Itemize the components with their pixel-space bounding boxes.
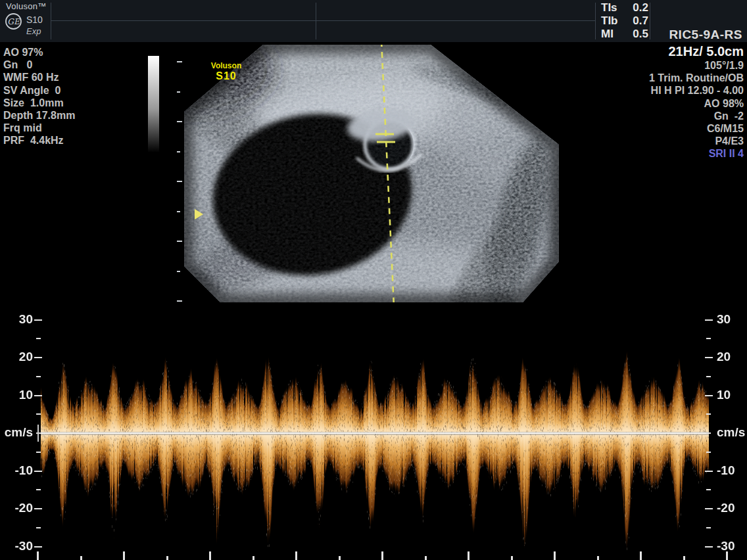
left-param-line: Frq mid [3,122,75,134]
y-tick-right [706,432,711,434]
y-tick-left [36,527,41,528]
ti-row: TIs0.2 [601,1,648,14]
ti-row: MI0.5 [601,28,648,41]
left-param-line: Size 1.0mm [3,97,75,109]
time-tick [80,556,82,560]
left-param-line: Depth 17.8mm [3,109,75,122]
depth-tick [177,241,182,242]
depth-tick [177,61,182,62]
time-tick [554,551,556,560]
right-param-line: P4/E3 [649,135,744,147]
model-label: S10 [26,14,43,25]
time-tick [166,556,168,560]
y-tick-right [705,471,713,472]
time-tick [640,551,642,560]
bmode-watermark: Voluson S10 [201,61,251,82]
topbar-divider [595,3,596,39]
right-param-line: C6/M15 [649,122,744,135]
y-tick-left [34,508,42,509]
ti-value: 0.5 [633,28,648,41]
left-param-line: AO 97% [3,46,75,58]
y-label-left: -10 [0,463,33,478]
right-param-line: Gn -2 [649,110,744,122]
y-tick-left [36,452,41,453]
depth-tick [177,121,182,122]
ultrasound-screen: Voluson™ GE S10 Exp TIs0.2TIb0.7MI0.5 RI… [0,0,747,560]
depth-tick [177,271,180,272]
y-tick-right [705,357,713,358]
y-tick-right [705,546,713,548]
y-label-right: -20 [717,501,747,515]
exp-mode-label: Exp [26,26,41,36]
time-tick [123,551,125,560]
ti-label: TIb [601,14,618,28]
y-label-right: -10 [717,463,747,478]
topbar-divider [51,3,51,39]
focus-marker-icon [195,209,203,220]
y-tick-right [706,413,711,415]
time-tick [468,551,470,560]
time-tick [339,556,341,560]
y-tick-left [36,413,41,415]
y-tick-left [36,338,41,339]
unit-label-right: cm/s [717,425,747,440]
y-tick-left [34,395,42,396]
left-param-line: SV Angle 0 [3,84,75,97]
y-label-left: 20 [0,350,33,364]
y-tick-right [705,319,713,321]
right-param-line: AO 98% [649,97,744,110]
y-label-right: 10 [717,388,747,402]
bmode-image [184,45,559,302]
y-tick-right [705,508,713,509]
right-params: 21Hz/ 5.0cm 105°/1.91 Trim. Routine/OBHI… [649,44,744,160]
time-tick [511,556,513,560]
ti-row: TIb0.7 [601,14,648,28]
y-label-left: -20 [0,501,33,515]
svg-text:GE: GE [7,17,20,26]
thermal-index-block: TIs0.2TIb0.7MI0.5 [601,1,648,41]
y-label-right: 30 [717,312,747,327]
y-tick-left [36,489,41,490]
depth-tick [177,211,180,212]
depth-tick [177,181,182,182]
watermark-brand: Voluson [201,61,251,70]
top-bar: Voluson™ GE S10 Exp TIs0.2TIb0.7MI0.5 RI… [0,0,747,42]
time-tick [381,551,383,560]
baseline-marker [37,425,39,442]
left-param-line: WMF 60 Hz [3,71,75,83]
topbar-divider [316,3,316,39]
y-tick-right [706,527,711,528]
y-tick-left [34,319,42,321]
time-tick [726,551,728,560]
y-label-left: -30 [0,539,33,553]
right-param-line: 105°/1.9 [649,59,744,72]
y-tick-right [706,338,711,339]
topbar-hline [51,20,595,21]
depth-tick [177,151,180,152]
probe-label: RIC5-9A-RS [669,28,742,42]
left-param-line: Gn 0 [3,58,75,71]
depth-frequency-readout: 21Hz/ 5.0cm [649,44,744,59]
time-tick [683,556,685,560]
time-tick [209,551,211,560]
y-tick-left [34,546,42,548]
y-tick-right [706,376,711,377]
time-tick [253,556,254,560]
ge-logo-icon: GE [5,12,22,30]
time-tick [425,556,427,560]
y-label-right: 20 [717,350,747,364]
brand-name: Voluson™ [6,1,47,11]
watermark-model: S10 [201,70,251,82]
left-param-line: PRF 4.4kHz [3,134,75,147]
grayscale-bar [148,56,159,152]
right-params-lines: 105°/1.91 Trim. Routine/OBHI H PI 12.90 … [649,59,744,147]
doppler-canvas [41,302,709,560]
ti-label: MI [601,28,614,41]
y-label-right: -30 [717,539,747,553]
time-tick [37,551,39,560]
y-tick-right [706,452,711,453]
time-tick [295,551,297,560]
right-param-line: HI H PI 12.90 - 4.00 [649,84,744,97]
y-tick-left [34,357,42,358]
unit-label-left: cm/s [0,425,33,440]
